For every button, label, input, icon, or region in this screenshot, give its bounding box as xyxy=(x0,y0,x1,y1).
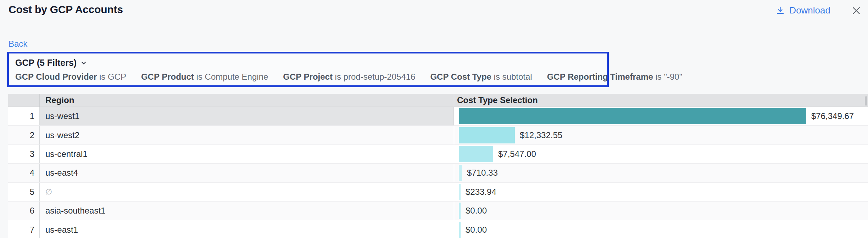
filters-box: GCP (5 Filters) GCP Cloud Provider is GC… xyxy=(7,52,609,87)
filter-field-name: GCP Product xyxy=(141,72,194,81)
cost-value-label: $7,547.00 xyxy=(498,149,536,159)
row-number-column-header xyxy=(8,94,39,107)
filters-summary-label: GCP (5 Filters) xyxy=(15,58,77,68)
scrollbar-thumb[interactable] xyxy=(865,96,867,106)
cost-cell: $12,332.55 xyxy=(454,126,868,144)
filters-dropdown[interactable]: GCP (5 Filters) xyxy=(15,58,87,68)
cost-cell: $233.94 xyxy=(454,183,868,201)
cost-cell: $0.00 xyxy=(454,220,868,238)
cost-bar[interactable] xyxy=(459,127,515,143)
filter-field-name: GCP Cloud Provider xyxy=(15,72,97,81)
filter-condition: GCP Product is Compute Engine xyxy=(141,72,268,82)
cost-column-header[interactable]: Cost Type Selection xyxy=(454,94,868,107)
cost-bar[interactable] xyxy=(459,184,461,200)
close-icon xyxy=(851,5,862,16)
download-icon xyxy=(775,6,785,15)
cost-bar[interactable] xyxy=(459,222,461,238)
region-cell[interactable]: ∅ xyxy=(39,183,454,201)
chevron-down-icon xyxy=(80,60,87,67)
filter-field-value: is GCP xyxy=(97,72,126,81)
filter-conditions: GCP Cloud Provider is GCPGCP Product is … xyxy=(15,72,607,82)
cost-cell: $7,547.00 xyxy=(454,145,868,163)
filter-condition: GCP Reporting Timeframe is "-90" xyxy=(547,72,683,82)
filter-field-value: is prod-setup-205416 xyxy=(333,72,415,81)
region-column-header[interactable]: Region xyxy=(39,94,454,107)
download-label: Download xyxy=(789,5,830,16)
filter-field-name: GCP Reporting Timeframe xyxy=(547,72,653,81)
cost-bar[interactable] xyxy=(459,203,461,219)
filter-condition: GCP Cost Type is subtotal xyxy=(430,72,532,82)
cost-value-label: $233.94 xyxy=(466,187,496,197)
cost-cell: $0.00 xyxy=(454,202,868,220)
row-number: 6 xyxy=(8,202,39,220)
table-row[interactable]: 7us-east1$0.00 xyxy=(8,220,868,238)
filter-field-name: GCP Project xyxy=(283,72,333,81)
filter-condition: GCP Cloud Provider is GCP xyxy=(15,72,126,82)
cost-table: Region Cost Type Selection 1us-west1$76,… xyxy=(8,94,868,238)
download-button[interactable]: Download xyxy=(775,5,830,16)
cost-value-label: $12,332.55 xyxy=(520,130,562,140)
region-cell[interactable]: us-central1 xyxy=(39,145,454,163)
row-number: 4 xyxy=(8,164,39,182)
cost-bar[interactable] xyxy=(459,108,806,124)
table-row[interactable]: 2us-west2$12,332.55 xyxy=(8,126,868,144)
row-number: 1 xyxy=(8,107,39,125)
cost-bar[interactable] xyxy=(459,146,493,162)
region-cell[interactable]: us-west2 xyxy=(39,126,454,144)
row-number: 5 xyxy=(8,183,39,201)
table-row[interactable]: 6asia-southeast1$0.00 xyxy=(8,202,868,220)
page-title: Cost by GCP Accounts xyxy=(9,4,123,16)
region-cell[interactable]: us-east4 xyxy=(39,164,454,182)
filter-field-value: is Compute Engine xyxy=(194,72,268,81)
close-button[interactable] xyxy=(851,5,862,16)
row-number: 2 xyxy=(8,126,39,144)
table-header-row: Region Cost Type Selection xyxy=(8,94,868,107)
filter-condition: GCP Project is prod-setup-205416 xyxy=(283,72,415,82)
filter-field-value: is subtotal xyxy=(491,72,532,81)
region-cell[interactable]: us-east1 xyxy=(39,220,454,238)
region-cell[interactable]: asia-southeast1 xyxy=(39,202,454,220)
table-row[interactable]: 5∅$233.94 xyxy=(8,183,868,202)
row-number: 7 xyxy=(8,220,39,238)
topbar-actions: Download xyxy=(775,5,862,16)
filter-field-name: GCP Cost Type xyxy=(430,72,491,81)
table-row[interactable]: 1us-west1$76,349.67 xyxy=(8,107,868,126)
region-cell[interactable]: us-west1 xyxy=(39,107,454,125)
table-body: 1us-west1$76,349.672us-west2$12,332.553u… xyxy=(8,107,868,238)
cost-value-label: $0.00 xyxy=(466,225,487,235)
cost-cell: $76,349.67 xyxy=(454,107,868,125)
cost-bar[interactable] xyxy=(459,165,462,181)
row-number: 3 xyxy=(8,145,39,163)
back-link[interactable]: Back xyxy=(9,39,27,49)
filter-field-value: is "-90" xyxy=(653,72,682,81)
table-row[interactable]: 4us-east4$710.33 xyxy=(8,164,868,182)
table-row[interactable]: 3us-central1$7,547.00 xyxy=(8,145,868,164)
cost-value-label: $710.33 xyxy=(467,168,498,178)
cost-value-label: $0.00 xyxy=(466,206,487,216)
cost-cell: $710.33 xyxy=(454,164,868,182)
cost-value-label: $76,349.67 xyxy=(811,111,854,121)
